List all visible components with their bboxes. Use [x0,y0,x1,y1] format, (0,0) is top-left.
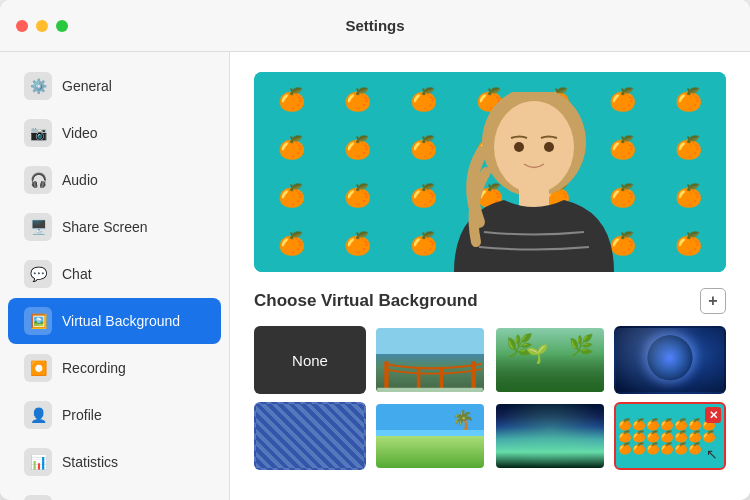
add-background-button[interactable]: + [700,288,726,314]
background-golden-gate[interactable] [374,326,486,394]
svg-point-1 [494,101,574,193]
sidebar-label-statistics: Statistics [62,454,118,470]
statistics-icon: 📊 [24,448,52,476]
background-aurora[interactable] [494,402,606,470]
settings-window: Settings ⚙️ General 📷 Video 🎧 Audio 🖥️ S… [0,0,750,500]
preview-background: 🍊 🍊 🍊 🍊 🍊 🍊 🍊 🍊 🍊 🍊 🍊 🍊 🍊 🍊 [254,72,726,272]
close-button[interactable] [16,20,28,32]
profile-icon: 👤 [24,401,52,429]
background-earth[interactable] [614,326,726,394]
sidebar-label-virtual-background: Virtual Background [62,313,180,329]
sidebar-label-chat: Chat [62,266,92,282]
window-controls [16,20,68,32]
sidebar-label-video: Video [62,125,98,141]
sidebar-item-video[interactable]: 📷 Video [8,110,221,156]
background-blue-pattern[interactable] [254,402,366,470]
background-tropical[interactable]: 🌴 [374,402,486,470]
sidebar-item-share-screen[interactable]: 🖥️ Share Screen [8,204,221,250]
sidebar-item-statistics[interactable]: 📊 Statistics [8,439,221,485]
main-content: 🍊 🍊 🍊 🍊 🍊 🍊 🍊 🍊 🍊 🍊 🍊 🍊 🍊 🍊 [230,52,750,500]
video-icon: 📷 [24,119,52,147]
sidebar-label-profile: Profile [62,407,102,423]
video-preview: 🍊 🍊 🍊 🍊 🍊 🍊 🍊 🍊 🍊 🍊 🍊 🍊 🍊 🍊 [254,72,726,272]
cursor-icon: ↖ [706,446,718,462]
general-icon: ⚙️ [24,72,52,100]
svg-rect-9 [377,388,483,392]
sidebar-item-recording[interactable]: ⏺️ Recording [8,345,221,391]
share-screen-icon: 🖥️ [24,213,52,241]
titlebar: Settings [0,0,750,52]
maximize-button[interactable] [56,20,68,32]
sidebar-label-general: General [62,78,112,94]
background-forest[interactable]: 🌿 🌱 🌿 [494,326,606,394]
sidebar-label-share-screen: Share Screen [62,219,148,235]
sidebar-item-audio[interactable]: 🎧 Audio [8,157,221,203]
virtual-background-icon: 🖼️ [24,307,52,335]
minimize-button[interactable] [36,20,48,32]
sidebar-item-profile[interactable]: 👤 Profile [8,392,221,438]
chat-icon: 💬 [24,260,52,288]
window-title: Settings [345,17,404,34]
audio-icon: 🎧 [24,166,52,194]
choose-background-label: Choose Virtual Background + [254,288,726,314]
sidebar-item-keyboard-shortcuts[interactable]: ⌨️ Keyboard Shortcuts [8,486,221,500]
sidebar-label-recording: Recording [62,360,126,376]
svg-point-3 [514,142,524,152]
background-grid: None [254,326,726,470]
sidebar-item-virtual-background[interactable]: 🖼️ Virtual Background [8,298,221,344]
person-silhouette [424,92,644,272]
keyboard-shortcuts-icon: ⌨️ [24,495,52,500]
svg-point-4 [544,142,554,152]
sidebar-item-general[interactable]: ⚙️ General [8,63,221,109]
sidebar-item-chat[interactable]: 💬 Chat [8,251,221,297]
remove-background-badge[interactable]: ✕ [705,407,721,423]
background-none[interactable]: None [254,326,366,394]
background-orange-pattern[interactable]: ✕ 🍊🍊🍊🍊🍊🍊🍊🍊🍊🍊🍊🍊🍊🍊🍊🍊🍊🍊🍊🍊 ↖ [614,402,726,470]
svg-rect-5 [384,361,388,392]
sidebar-label-audio: Audio [62,172,98,188]
svg-rect-2 [519,187,549,207]
recording-icon: ⏺️ [24,354,52,382]
content-area: ⚙️ General 📷 Video 🎧 Audio 🖥️ Share Scre… [0,52,750,500]
sidebar: ⚙️ General 📷 Video 🎧 Audio 🖥️ Share Scre… [0,52,230,500]
